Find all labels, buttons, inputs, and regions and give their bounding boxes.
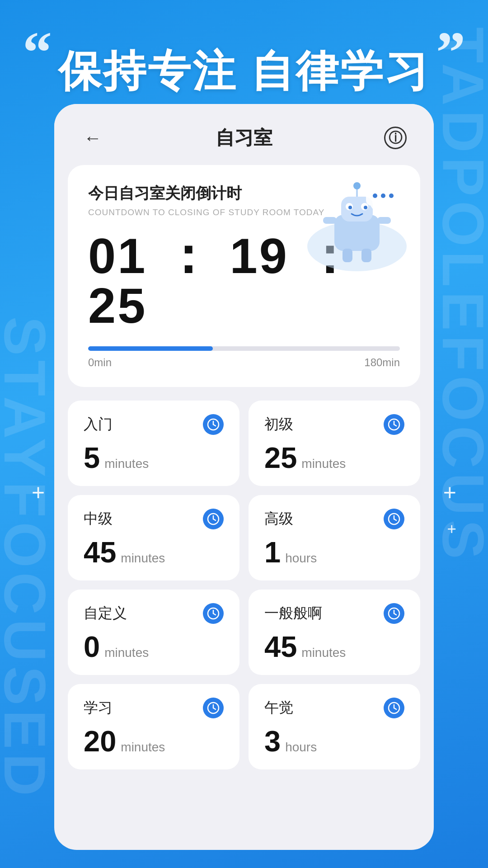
timer-number: 0 <box>84 632 100 661</box>
plus-left-deco: + <box>32 479 45 505</box>
timer-unit: hours <box>285 740 317 755</box>
timer-duration: 25 minutes <box>264 443 404 472</box>
timer-duration: 1 hours <box>264 538 404 567</box>
svg-line-38 <box>213 708 216 709</box>
progress-container: 0min 180min <box>88 346 400 369</box>
progress-bar-fill <box>88 346 213 351</box>
timer-item[interactable]: 午觉 3 hours <box>249 684 420 769</box>
clock-icon <box>384 509 404 529</box>
timer-number: 1 <box>264 538 281 567</box>
timer-item-name: 中级 <box>84 509 113 529</box>
clock-icon <box>203 698 224 718</box>
timer-duration: 3 hours <box>264 726 404 756</box>
timer-unit: minutes <box>301 646 346 660</box>
timer-item-header: 一般般啊 <box>264 603 404 624</box>
timer-duration: 45 minutes <box>264 632 404 661</box>
back-arrow-icon: ← <box>84 128 102 148</box>
timer-item[interactable]: 入门 5 minutes <box>68 401 239 486</box>
clock-icon <box>203 603 224 624</box>
timer-item-name: 学习 <box>84 698 113 718</box>
bg-deco-left: STAYFOCUSED <box>0 316 54 801</box>
timer-item[interactable]: 初级 25 minutes <box>249 401 420 486</box>
timer-number: 45 <box>264 632 297 661</box>
svg-rect-10 <box>377 217 391 224</box>
top-bar: ← 自习室 ⓘ <box>54 104 434 165</box>
timer-item[interactable]: 中级 45 minutes <box>68 495 239 580</box>
info-icon-label: ⓘ <box>389 129 402 147</box>
timer-number: 5 <box>84 443 100 472</box>
countdown-card: 今日自习室关闭倒计时 COUNTDOWN TO CLOSING OF STUDY… <box>68 165 420 387</box>
timer-duration: 45 minutes <box>84 538 224 567</box>
clock-icon <box>384 698 404 718</box>
back-button[interactable]: ← <box>79 124 106 151</box>
timer-item[interactable]: 自定义 0 minutes <box>68 590 239 675</box>
plus-right-deco: + <box>443 479 456 505</box>
plus-right2-deco: + <box>447 520 456 538</box>
timer-item-header: 入门 <box>84 414 224 435</box>
timer-item-header: 自定义 <box>84 603 224 624</box>
countdown-decoration <box>303 174 411 274</box>
clock-icon <box>203 509 224 529</box>
timer-item-header: 初级 <box>264 414 404 435</box>
timer-item[interactable]: 学习 20 minutes <box>68 684 239 769</box>
svg-point-8 <box>353 182 361 189</box>
timer-item-header: 中级 <box>84 509 224 529</box>
timer-unit: hours <box>285 551 317 566</box>
timer-number: 20 <box>84 726 116 756</box>
hero-title: 保持专注 自律学习 <box>0 43 488 101</box>
timer-unit: minutes <box>301 457 346 471</box>
svg-point-6 <box>364 206 367 209</box>
svg-line-32 <box>213 613 216 615</box>
timer-item-name: 午觉 <box>264 698 293 718</box>
timer-item-header: 高级 <box>264 509 404 529</box>
svg-rect-17 <box>361 249 371 262</box>
timer-number: 45 <box>84 538 116 567</box>
timer-number: 3 <box>264 726 281 756</box>
timer-item-name: 入门 <box>84 415 113 434</box>
timer-item-name: 高级 <box>264 509 293 529</box>
svg-line-26 <box>213 519 216 520</box>
clock-icon <box>384 603 404 624</box>
svg-point-13 <box>373 193 377 198</box>
svg-line-29 <box>394 519 396 520</box>
clock-icon <box>384 414 404 435</box>
timer-duration: 5 minutes <box>84 443 224 472</box>
timer-item-name: 自定义 <box>84 604 127 623</box>
info-icon: ⓘ <box>384 127 407 149</box>
timer-item-header: 午觉 <box>264 698 404 718</box>
progress-labels: 0min 180min <box>88 356 400 369</box>
main-card: ← 自习室 ⓘ 今日自习室关闭倒计时 COUNTDOWN TO CLOSING … <box>54 104 434 850</box>
svg-line-23 <box>394 425 396 426</box>
progress-label-start: 0min <box>88 356 112 369</box>
timer-number: 25 <box>264 443 297 472</box>
svg-point-15 <box>389 193 394 198</box>
timer-unit: minutes <box>121 551 165 566</box>
timer-unit: minutes <box>104 646 149 660</box>
timer-item[interactable]: 高级 1 hours <box>249 495 420 580</box>
timer-unit: minutes <box>121 740 165 755</box>
progress-label-end: 180min <box>364 356 400 369</box>
timer-grid: 入门 5 minutes 初级 <box>54 401 434 783</box>
svg-point-5 <box>348 206 352 209</box>
svg-line-35 <box>394 613 396 615</box>
timer-item-name: 初级 <box>264 415 293 434</box>
timer-item-name: 一般般啊 <box>264 604 322 623</box>
info-button[interactable]: ⓘ <box>382 124 409 151</box>
clock-icon <box>203 414 224 435</box>
svg-rect-16 <box>343 249 352 262</box>
timer-item[interactable]: 一般般啊 45 minutes <box>249 590 420 675</box>
timer-duration: 0 minutes <box>84 632 224 661</box>
svg-rect-9 <box>323 217 337 224</box>
bg-deco-right: TADPOLEFOCUS <box>434 27 488 563</box>
svg-line-20 <box>213 425 216 426</box>
timer-duration: 20 minutes <box>84 726 224 756</box>
svg-point-14 <box>381 193 385 198</box>
progress-bar-bg <box>88 346 400 351</box>
page-title: 自习室 <box>216 125 272 151</box>
svg-line-41 <box>394 708 396 709</box>
timer-unit: minutes <box>104 457 149 471</box>
timer-item-header: 学习 <box>84 698 224 718</box>
